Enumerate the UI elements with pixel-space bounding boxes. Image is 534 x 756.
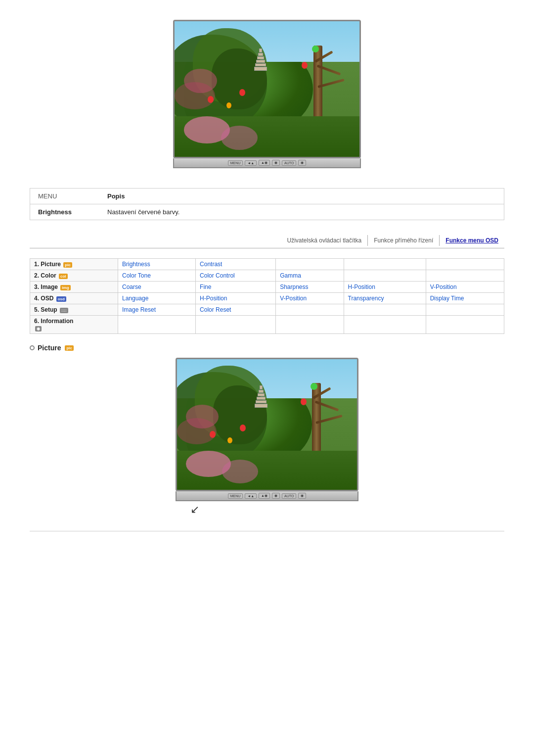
color-icon: col: [59, 274, 68, 279]
menu-row-osd: 4. OSD osd Language H-Position V-Positio…: [30, 293, 504, 304]
nav-tabs: Uživatelská ovládací tlačítka Funkce pří…: [30, 235, 504, 248]
picture-monitor-screen: [176, 358, 358, 491]
image-icon: img: [60, 285, 70, 290]
menu-row-setup: 5. Setup :::: Image Reset Color Reset: [30, 304, 504, 316]
adj-bezel-btn[interactable]: ▲◉: [259, 160, 270, 166]
sub-item-color-reset[interactable]: Color Reset: [196, 304, 276, 316]
tab-osd-menu[interactable]: Funkce menu OSD: [440, 235, 504, 246]
monitor-bezel: MENU ◄▲ ▲◉ ◉ AUTO ◉: [173, 158, 361, 168]
col-desc-header: Popis: [107, 192, 496, 200]
sub-item-gamma[interactable]: Gamma: [276, 270, 344, 282]
picture-garden-scene: [177, 359, 357, 490]
sub-item-fine[interactable]: Fine: [196, 282, 276, 293]
sub-item-color-tone[interactable]: Color Tone: [118, 270, 195, 282]
pic-adj-btn[interactable]: ▲◉: [259, 493, 270, 499]
menu-item-brightness: Brightness: [38, 208, 107, 216]
menu-row-image: 3. Image img Coarse Fine Sharpness H-Pos…: [30, 282, 504, 293]
sub-item-empty-11: [276, 316, 344, 334]
sub-item-empty-3: [426, 259, 504, 270]
pagoda: [254, 48, 267, 71]
sub-item-empty-8: [426, 304, 504, 316]
picture-monitor: MENU ◄▲ ▲◉ ◉ AUTO ◉ ↙: [30, 358, 504, 516]
menu-item-image: 3. Image img: [30, 282, 118, 293]
pic-nav-btn[interactable]: ◄▲: [245, 493, 257, 499]
menu-item-setup: 5. Setup ::::: [30, 304, 118, 316]
table-header-row: MENU Popis: [30, 189, 504, 204]
menu-item-picture: 1. Picture pic: [30, 259, 118, 270]
sub-item-language[interactable]: Language: [118, 293, 195, 304]
tab-user-controls[interactable]: Uživatelská ovládací tlačítka: [281, 235, 368, 246]
auto-bezel-btn[interactable]: AUTO: [282, 160, 296, 166]
menu-bezel-btn[interactable]: MENU: [228, 160, 243, 166]
pic-auto-btn[interactable]: AUTO: [282, 493, 296, 499]
radio-dot: [30, 345, 35, 350]
sub-item-hposition-img[interactable]: H-Position: [344, 282, 426, 293]
menu-desc-brightness: Nastavení červené barvy.: [107, 208, 496, 216]
sub-item-empty-13: [426, 316, 504, 334]
sub-item-empty-9: [118, 316, 195, 334]
pic-set-btn[interactable]: ◉: [272, 493, 280, 499]
sub-item-vposition-img[interactable]: V-Position: [426, 282, 504, 293]
garden-scene: [175, 21, 359, 157]
cursor-icon: ↙: [190, 503, 199, 516]
sub-item-empty-10: [196, 316, 276, 334]
sub-item-color-control[interactable]: Color Control: [196, 270, 276, 282]
sub-item-brightness[interactable]: Brightness: [118, 259, 195, 270]
sub-item-empty-6: [276, 304, 344, 316]
picture-monitor-bezel: MENU ◄▲ ▲◉ ◉ AUTO ◉: [176, 491, 358, 501]
sub-item-empty-1: [276, 259, 344, 270]
power-bezel-btn[interactable]: ◉: [298, 160, 306, 166]
menu-item-osd: 4. OSD osd: [30, 293, 118, 304]
menu-row-picture: 1. Picture pic Brightness Contrast: [30, 259, 504, 270]
pic-power-btn[interactable]: ◉: [298, 493, 306, 499]
monitor-screen: [173, 20, 361, 158]
osd-icon: osd: [56, 296, 66, 302]
pic-menu-btn[interactable]: MENU: [228, 493, 243, 499]
picture-section-icon: pic: [65, 345, 74, 351]
sub-item-contrast[interactable]: Contrast: [196, 259, 276, 270]
nav-bezel-btn[interactable]: ◄▲: [245, 160, 257, 166]
information-icon: ◉: [35, 326, 42, 331]
picture-icon: pic: [63, 262, 72, 268]
top-section: MENU ◄▲ ▲◉ ◉ AUTO ◉: [0, 0, 534, 178]
sub-item-empty-4: [344, 270, 426, 282]
sub-item-display-time[interactable]: Display Time: [426, 293, 504, 304]
menu-item-information: 6. Information ◉: [30, 316, 118, 334]
sub-item-image-reset[interactable]: Image Reset: [118, 304, 195, 316]
picture-label: Picture pic: [30, 344, 504, 352]
sub-item-empty-2: [344, 259, 426, 270]
set-bezel-btn[interactable]: ◉: [272, 160, 280, 166]
picture-section: Picture pic: [30, 344, 504, 516]
sub-item-empty-7: [344, 304, 426, 316]
sub-item-empty-5: [426, 270, 504, 282]
picture-pagoda: [255, 385, 267, 408]
tab-direct-control[interactable]: Funkce přímého řízení: [368, 235, 440, 246]
sub-item-empty-12: [344, 316, 426, 334]
col-menu-header: MENU: [38, 192, 107, 200]
description-table: MENU Popis Brightness Nastavení červené …: [30, 188, 504, 220]
sub-item-coarse[interactable]: Coarse: [118, 282, 195, 293]
picture-label-text: Picture: [38, 344, 61, 352]
sub-item-transparency[interactable]: Transparency: [344, 293, 426, 304]
bottom-border: [30, 531, 504, 531]
setup-icon: ::::: [60, 308, 68, 313]
top-monitor: MENU ◄▲ ▲◉ ◉ AUTO ◉: [173, 20, 361, 168]
menu-row-information: 6. Information ◉: [30, 316, 504, 334]
menu-row-color: 2. Color col Color Tone Color Control Ga…: [30, 270, 504, 282]
sub-item-sharpness[interactable]: Sharpness: [276, 282, 344, 293]
menu-grid-table: 1. Picture pic Brightness Contrast 2. Co…: [30, 258, 504, 334]
table-data-row: Brightness Nastavení červené barvy.: [30, 204, 504, 220]
sub-item-hposition-osd[interactable]: H-Position: [196, 293, 276, 304]
menu-item-color: 2. Color col: [30, 270, 118, 282]
sub-item-vposition-osd[interactable]: V-Position: [276, 293, 344, 304]
